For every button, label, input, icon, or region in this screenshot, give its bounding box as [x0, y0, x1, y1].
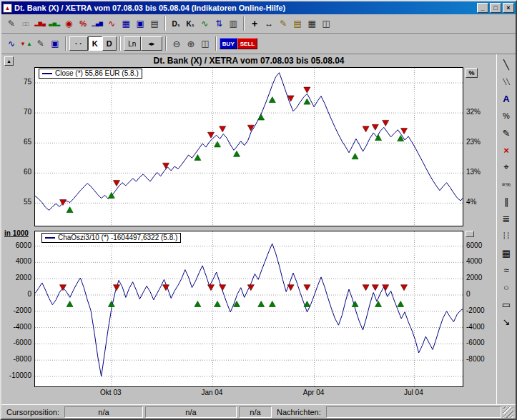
drawing-toolbar: ╲╲╲A%✎×⌖≡%∥≣┆┆▦≈○▭↘	[496, 54, 516, 404]
line-style-button[interactable]: · ·	[69, 36, 88, 51]
signals-icon-glyph: ▼	[20, 41, 26, 47]
daily-mode-button[interactable]: D	[102, 36, 117, 51]
bar-chart-icon-glyph: ▁▄▆	[92, 21, 103, 26]
vertical-lines-tool[interactable]: ┆┆	[498, 228, 515, 244]
draw-mode-icon[interactable]: ✎	[34, 36, 48, 51]
fibonacci-tool-glyph: ≡%	[502, 181, 511, 188]
indicator-legend[interactable]: ChaOszi3/10 (*) -1604497,6322 (5.8.)	[41, 233, 181, 243]
y-axis-label: 55	[1, 198, 31, 206]
messages-value	[326, 406, 501, 418]
sort-arrows-icon[interactable]: ⇅	[212, 16, 226, 31]
chart-title: Dt. Bank (X) / XETRA vom 07.08.03 bis 05…	[1, 56, 496, 66]
move-horizontal-icon[interactable]: ↔	[262, 16, 276, 31]
app-icon[interactable]: ▲	[3, 4, 12, 13]
trendline-tool[interactable]: ╲	[498, 56, 515, 72]
memo-icon[interactable]: ▤	[290, 16, 305, 31]
grid-icon[interactable]: ▦	[305, 16, 319, 31]
mini-chart-icon[interactable]: ∿	[4, 36, 19, 51]
freehand-tool[interactable]: ✎	[498, 125, 515, 141]
maximize-button[interactable]: □	[490, 3, 501, 13]
percent-scale-button[interactable]: %	[466, 68, 478, 78]
scroll-chart-button[interactable]: ◂▸	[141, 36, 162, 51]
freehand-tool-glyph: ✎	[503, 128, 511, 139]
indicator-table-icon[interactable]: ▦	[119, 16, 133, 31]
sell-signal-button[interactable]: SELL	[237, 38, 257, 49]
layout-icon[interactable]: ◫	[319, 16, 333, 31]
arrow-tool[interactable]: ↘	[498, 314, 515, 329]
text-tool-glyph: A	[503, 94, 509, 104]
scroll-chart-button-glyph: ◂▸	[148, 40, 154, 47]
ellipse-tool[interactable]: ○	[498, 279, 515, 295]
panel-splitter[interactable]	[466, 231, 474, 237]
resize-grip[interactable]	[503, 406, 513, 418]
copy-icon[interactable]: □□	[19, 16, 33, 31]
line-chart-icon[interactable]: ∿	[104, 16, 119, 31]
mini-table-icon[interactable]: ▥	[226, 16, 240, 31]
signals-icon-glyph2: ▲	[26, 41, 32, 47]
edit-icon[interactable]: ✎	[4, 16, 19, 31]
sell-signal-button-glyph: SELL	[240, 41, 255, 47]
toolbar-separator	[215, 36, 217, 51]
bar-chart-icon[interactable]: ▁▄▆	[90, 16, 104, 31]
percent-icon-glyph: %	[79, 19, 87, 28]
grid-tool-glyph: ▦	[502, 248, 511, 259]
y-axis-label: 4000	[466, 257, 496, 266]
price-chart-plot[interactable]	[34, 67, 463, 226]
parallel-lines-tool[interactable]: ╲╲	[498, 74, 515, 89]
horizontal-lines-tool[interactable]: ≣	[498, 211, 515, 226]
indicator-chart-plot[interactable]	[34, 231, 463, 387]
memo-icon-glyph: ▤	[293, 19, 301, 29]
log-scale-button[interactable]: Ln	[124, 36, 141, 51]
period-week-icon[interactable]: K₁	[183, 16, 197, 31]
candle-mode-button[interactable]: K	[88, 36, 102, 51]
rectangle-tool[interactable]: ▭	[498, 296, 515, 312]
zoom-out-icon[interactable]: ⊖	[169, 36, 184, 51]
y-axis-label: -2000	[466, 306, 496, 315]
window-buttons: _□×	[476, 3, 514, 13]
chart-bars-red-icon[interactable]: ▂▆▄	[33, 16, 47, 31]
close-button[interactable]: ×	[503, 3, 514, 13]
y-axis-label: -2000	[1, 306, 31, 315]
chart-settings-icon-glyph: ▣	[51, 39, 59, 49]
title-bar[interactable]: ▲ Dt. Bank (X) / XETRA vom 07.08.03 bis …	[1, 1, 516, 14]
chart-settings-icon[interactable]: ▣	[48, 36, 62, 51]
crosshair-icon[interactable]: +	[247, 16, 262, 31]
channel-tool[interactable]: ∥	[498, 194, 515, 209]
chart-window-icon-glyph: ▣	[136, 19, 144, 29]
crosshair-tool[interactable]: ⌖	[498, 159, 515, 175]
toolbar-separator	[119, 36, 121, 51]
toolbar-separator	[164, 16, 166, 31]
y-axis-label: 4%	[466, 198, 496, 206]
price-line-sample-icon	[42, 73, 52, 74]
report-icon[interactable]: ▤	[147, 16, 162, 31]
indicator-wave-icon[interactable]: ∿	[197, 16, 212, 31]
mini-table-icon-glyph: ▥	[229, 19, 237, 29]
period-day-icon[interactable]: D₁	[169, 16, 183, 31]
chart-bars-green-icon[interactable]: ▃▅▂	[47, 16, 61, 31]
toolbar-separator	[165, 36, 167, 51]
wave-tool[interactable]: ≈	[498, 262, 515, 278]
delete-drawings-tool[interactable]: ×	[498, 142, 515, 158]
crosshair-icon-glyph: +	[252, 18, 257, 29]
y-axis-label: 65	[1, 138, 31, 146]
rectangle-tool-glyph: ▭	[502, 299, 511, 310]
percent-lines-tool[interactable]: %	[498, 108, 515, 124]
zoom-in-icon[interactable]: ⊕	[184, 36, 198, 51]
chart-window-icon[interactable]: ▣	[133, 16, 147, 31]
move-horizontal-icon-glyph: ↔	[265, 19, 273, 29]
signals-icon[interactable]: ▼▲	[19, 36, 34, 51]
y-axis-label: -6000	[466, 339, 496, 347]
percent-icon[interactable]: %	[76, 16, 90, 31]
zoom-range-icon[interactable]: ◫	[198, 36, 212, 51]
price-legend[interactable]: Close (*) 55,86 EUR (5.8.)	[39, 69, 142, 79]
pencil-icon[interactable]: ✎	[276, 16, 290, 31]
mini-chart-icon-glyph: ∿	[8, 39, 15, 49]
daily-mode-button-glyph: D	[107, 39, 112, 48]
grid-tool[interactable]: ▦	[498, 245, 515, 261]
draw-mode-icon-glyph: ✎	[37, 39, 44, 49]
text-tool[interactable]: A	[498, 91, 515, 106]
buy-signal-button[interactable]: BUY	[220, 38, 237, 49]
fibonacci-tool[interactable]: ≡%	[498, 176, 515, 192]
zoom-stats-icon[interactable]: ◉	[61, 16, 76, 31]
minimize-button[interactable]: _	[477, 3, 488, 13]
